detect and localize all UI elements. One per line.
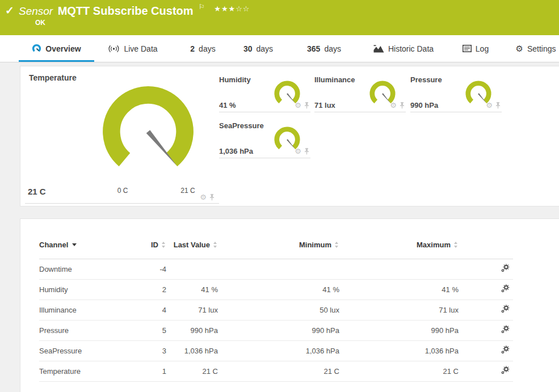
channel-settings-gears-icon[interactable]	[501, 325, 510, 334]
channel-id: -4	[141, 259, 166, 279]
tab-log[interactable]: Log	[457, 35, 494, 62]
temperature-gauge	[100, 83, 196, 180]
gauge-settings-gear-icon[interactable]: ⚙	[486, 102, 493, 109]
gauge-scale-min: 0 C	[106, 187, 140, 195]
channels-table: Channel ID Last Value Minimum Maximum Do…	[39, 231, 513, 382]
gauge-icon	[32, 44, 41, 53]
object-kind-label: Sensor	[19, 5, 53, 17]
tab-live-data-label: Live Data	[124, 44, 157, 53]
channel-last-value: 990 hPa	[166, 320, 218, 340]
channel-id: 1	[141, 361, 166, 381]
tab-2-days[interactable]: 2 days	[182, 35, 224, 62]
channel-settings-gears-icon[interactable]	[501, 366, 510, 374]
column-header-maximum[interactable]: Maximum	[339, 231, 459, 259]
flag-icon[interactable]: ⚐	[199, 3, 205, 11]
tab-settings[interactable]: ⚙ Settings	[512, 35, 559, 62]
channel-last-value: 71 lux	[166, 300, 218, 320]
pin-icon[interactable]	[400, 102, 405, 109]
log-list-icon	[463, 45, 472, 52]
tab-historic-data-label: Historic Data	[388, 44, 434, 53]
channel-settings-cell	[459, 361, 513, 381]
channel-maximum: 21 C	[339, 361, 459, 381]
gauge-title: Temperature	[29, 73, 77, 82]
channel-name[interactable]: Illuminance	[39, 300, 141, 320]
sensor-status-badge: OK	[35, 19, 45, 27]
sort-arrows-icon	[161, 242, 166, 248]
tab-historic-data[interactable]: Historic Data	[366, 35, 441, 62]
gauge-settings-gear-icon[interactable]: ⚙	[295, 147, 301, 155]
tab-live-data[interactable]: Live Data	[102, 35, 163, 62]
sort-arrows-icon	[453, 242, 459, 248]
column-header-actions	[459, 231, 513, 259]
channel-last-value: 41 %	[166, 279, 218, 300]
tab-settings-label: Settings	[527, 44, 556, 53]
channel-name[interactable]: Temperature	[39, 361, 141, 381]
sensor-title-line: Sensor MQTT Subscribe Custom ⚐ ★★★☆☆	[19, 3, 250, 18]
pin-icon[interactable]	[304, 102, 309, 109]
tab-overview[interactable]: Overview	[19, 35, 94, 62]
channel-id: 3	[141, 340, 166, 361]
gauge-value: 21 C	[28, 187, 46, 196]
tab-30-days[interactable]: 30 days	[236, 35, 281, 62]
gauge-title: SeaPressure	[219, 121, 264, 130]
tab-overview-label: Overview	[45, 44, 81, 53]
channel-settings-gears-icon[interactable]	[501, 345, 510, 354]
sort-arrows-icon	[213, 242, 218, 248]
area-chart-icon	[373, 45, 384, 53]
pin-icon[interactable]	[495, 102, 501, 109]
channel-maximum: 41 %	[339, 279, 459, 300]
channel-name[interactable]: Downtime	[39, 259, 141, 279]
sort-arrows-icon	[334, 242, 339, 248]
channel-maximum	[339, 259, 459, 279]
tab-30-days-unit: days	[257, 44, 274, 53]
stars-filled[interactable]: ★★★	[214, 5, 236, 13]
channel-settings-gears-icon[interactable]	[501, 305, 510, 313]
channel-name[interactable]: SeaPressure	[39, 340, 141, 361]
channel-minimum: 990 hPa	[218, 320, 339, 340]
sensor-header: ✓ Sensor MQTT Subscribe Custom ⚐ ★★★☆☆ O…	[0, 0, 559, 35]
sensor-name: MQTT Subscribe Custom	[58, 5, 194, 17]
tab-365-days-number: 365	[307, 44, 320, 53]
sort-desc-caret-icon	[72, 243, 77, 246]
priority-stars[interactable]: ★★★☆☆	[214, 5, 250, 13]
channel-settings-gears-icon[interactable]	[501, 264, 510, 272]
table-row: Illuminance 4 71 lux 50 lux 71 lux	[39, 300, 513, 320]
gear-icon: ⚙	[515, 44, 523, 53]
pin-icon[interactable]	[304, 148, 309, 155]
column-header-minimum[interactable]: Minimum	[218, 231, 339, 259]
table-row: Temperature 1 21 C 21 C 21 C	[39, 361, 513, 381]
gauge-settings-gear-icon[interactable]: ⚙	[390, 102, 397, 109]
channel-name[interactable]: Humidity	[39, 279, 141, 300]
gauges-panel: Temperature 0 C 21 C 21 C ⚙ Humidity 41 …	[20, 66, 559, 206]
stars-empty[interactable]: ☆☆	[236, 5, 250, 13]
channel-name[interactable]: Pressure	[39, 320, 141, 340]
channel-minimum: 1,036 hPa	[218, 340, 339, 361]
channel-settings-cell	[459, 279, 513, 300]
channel-settings-gears-icon[interactable]	[501, 284, 510, 293]
tab-365-days[interactable]: 365 days	[298, 35, 350, 62]
column-header-id[interactable]: ID	[141, 231, 166, 259]
table-row: SeaPressure 3 1,036 hPa 1,036 hPa 1,036 …	[39, 340, 513, 361]
channel-minimum: 50 lux	[218, 300, 339, 320]
gauge-title: Illuminance	[314, 75, 355, 84]
tab-bar: Overview Live Data 2 days 30 days 365 da…	[0, 35, 559, 62]
channel-settings-cell	[459, 259, 513, 279]
channel-settings-cell	[459, 300, 513, 320]
gauge-title: Humidity	[219, 75, 251, 84]
gauge-settings-gear-icon[interactable]: ⚙	[200, 193, 207, 201]
channels-panel: Channel ID Last Value Minimum Maximum Do…	[20, 218, 559, 392]
column-header-last-value[interactable]: Last Value	[166, 231, 218, 259]
channel-id: 2	[141, 279, 166, 300]
channel-id: 4	[141, 300, 166, 320]
channel-minimum: 41 %	[218, 279, 339, 300]
gauge-card-pressure: Pressure 990 hPa ⚙	[410, 72, 502, 112]
pin-icon[interactable]	[209, 194, 215, 201]
table-row: Downtime -4	[39, 259, 513, 279]
gauge-settings-gear-icon[interactable]: ⚙	[295, 102, 301, 109]
column-header-channel[interactable]: Channel	[39, 231, 141, 259]
gauge-value: 71 lux	[314, 101, 335, 109]
table-row: Humidity 2 41 % 41 % 41 %	[39, 279, 513, 300]
gauge-card-illuminance: Illuminance 71 lux ⚙	[314, 72, 406, 112]
channel-last-value: 21 C	[166, 361, 218, 381]
channel-settings-cell	[459, 320, 513, 340]
